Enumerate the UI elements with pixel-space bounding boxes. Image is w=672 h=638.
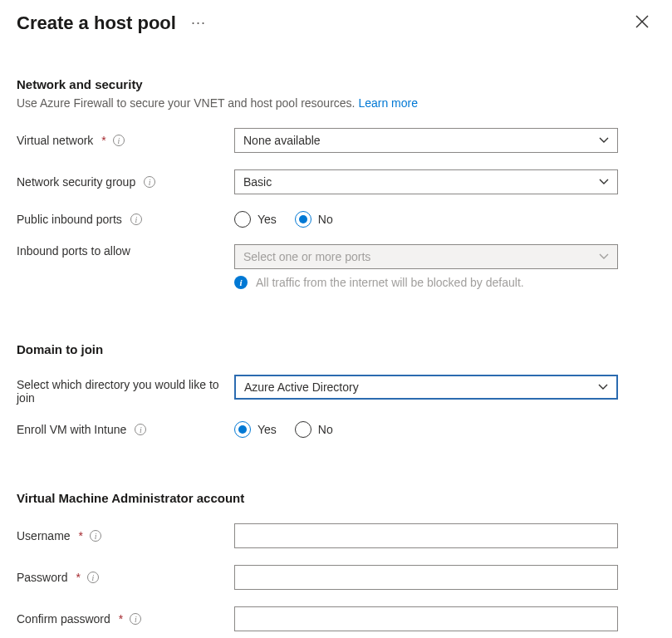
page-header: Create a host pool ···: [17, 10, 655, 36]
enroll-no-radio[interactable]: No: [295, 421, 333, 438]
nsg-select[interactable]: Basic: [234, 169, 618, 194]
close-button[interactable]: [629, 10, 655, 36]
vnet-select[interactable]: None available: [234, 128, 618, 153]
ipta-select: Select one or more ports: [234, 244, 618, 269]
info-icon[interactable]: i: [87, 572, 99, 583]
required-asterisk: *: [79, 529, 83, 542]
vnet-label: Virtual network * i: [17, 134, 234, 147]
required-asterisk: *: [76, 571, 80, 584]
info-icon[interactable]: i: [144, 176, 155, 188]
username-label: Username * i: [17, 529, 234, 542]
enroll-label: Enroll VM with Intune i: [17, 423, 234, 436]
admin-section-title: Virtual Machine Administrator account: [17, 491, 655, 505]
ipta-hint: i All traffic from the internet will be …: [234, 276, 618, 289]
required-asterisk: *: [119, 612, 123, 626]
radio-icon: [234, 421, 251, 438]
network-desc-text: Use Azure Firewall to secure your VNET a…: [17, 96, 358, 110]
info-icon[interactable]: i: [130, 213, 142, 225]
info-icon[interactable]: i: [135, 424, 146, 435]
chevron-down-icon: [599, 137, 609, 144]
nsg-label: Network security group i: [17, 175, 234, 189]
radio-icon: [295, 421, 311, 438]
pip-no-radio[interactable]: No: [295, 211, 333, 228]
enroll-radio-group: Yes No: [234, 421, 618, 438]
chevron-down-icon: [599, 253, 609, 260]
directory-label: Select which directory you would like to…: [17, 375, 234, 405]
confirm-password-input[interactable]: [234, 606, 618, 631]
chevron-down-icon: [599, 179, 609, 185]
username-input[interactable]: [234, 523, 618, 548]
radio-icon: [295, 211, 311, 228]
info-filled-icon: i: [234, 276, 248, 289]
password-label: Password * i: [17, 571, 234, 584]
page-title: Create a host pool: [17, 12, 176, 34]
pip-label: Public inbound ports i: [17, 213, 234, 226]
chevron-down-icon: [598, 384, 608, 390]
required-asterisk: *: [101, 134, 105, 147]
ipta-label: Inbound ports to allow: [17, 244, 234, 258]
enroll-yes-radio[interactable]: Yes: [234, 421, 277, 438]
network-section-title: Network and security: [17, 77, 655, 91]
info-icon[interactable]: i: [130, 613, 141, 625]
confirm-password-label: Confirm password * i: [17, 612, 234, 626]
network-section-desc: Use Azure Firewall to secure your VNET a…: [17, 96, 655, 110]
directory-select[interactable]: Azure Active Directory: [234, 375, 618, 400]
pip-radio-group: Yes No: [234, 211, 618, 228]
close-icon: [635, 15, 649, 28]
info-icon[interactable]: i: [90, 530, 101, 542]
learn-more-link[interactable]: Learn more: [358, 96, 418, 110]
info-icon[interactable]: i: [113, 135, 125, 146]
password-input[interactable]: [234, 565, 618, 590]
radio-icon: [234, 211, 251, 228]
domain-section-title: Domain to join: [17, 342, 655, 356]
more-actions-button[interactable]: ···: [191, 14, 206, 32]
pip-yes-radio[interactable]: Yes: [234, 211, 277, 228]
